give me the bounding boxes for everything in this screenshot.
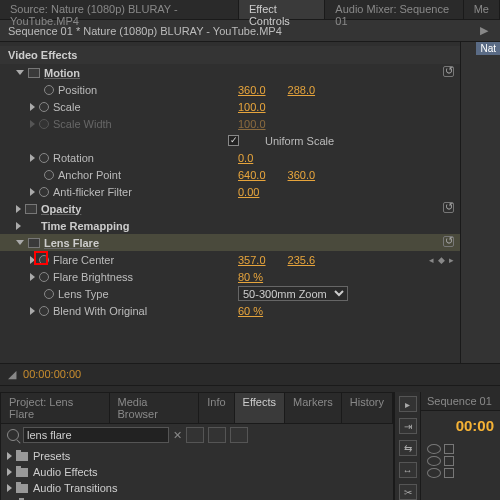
uniform-scale-row: ✓Uniform Scale bbox=[0, 132, 460, 149]
rate-stretch-tool[interactable]: ↔ bbox=[399, 462, 417, 478]
zoom-out-icon[interactable]: ◢ bbox=[8, 368, 16, 380]
filter-yuv-button[interactable] bbox=[230, 427, 248, 443]
rotation-value[interactable]: 0.0 bbox=[238, 152, 253, 164]
position-x-value[interactable]: 360.0 bbox=[238, 84, 266, 96]
triangle-closed-icon[interactable] bbox=[30, 307, 35, 315]
effects-tree: Presets Audio Effects Audio Transitions … bbox=[1, 446, 393, 500]
tree-audio-transitions[interactable]: Audio Transitions bbox=[1, 480, 393, 496]
reset-lensflare-button[interactable] bbox=[443, 236, 454, 249]
selection-tool[interactable]: ▸ bbox=[399, 396, 417, 412]
rotation-row: Rotation 0.0 bbox=[0, 149, 460, 166]
tab-audio-mixer[interactable]: Audio Mixer: Sequence 01 bbox=[325, 0, 463, 19]
timeline-header[interactable]: Sequence 01 bbox=[421, 392, 500, 411]
triangle-closed-icon[interactable] bbox=[30, 154, 35, 162]
antiflicker-value[interactable]: 0.00 bbox=[238, 186, 259, 198]
tree-audio-effects[interactable]: Audio Effects bbox=[1, 464, 393, 480]
play-arrow-icon[interactable]: ▶ bbox=[476, 24, 492, 37]
effect-controls-body: Nat Video Effects Motion Position 360.02… bbox=[0, 42, 500, 363]
lock-icon[interactable] bbox=[444, 468, 454, 478]
video-effects-title: Video Effects bbox=[0, 46, 460, 64]
tab-effects[interactable]: Effects bbox=[235, 393, 285, 423]
eye-icon[interactable] bbox=[427, 444, 441, 454]
flare-center-row: Flare Center 357.0235.6 ◂◆▸ bbox=[0, 251, 460, 268]
effects-search-input[interactable] bbox=[23, 427, 169, 443]
lock-icon[interactable] bbox=[444, 456, 454, 466]
filter-32-button[interactable] bbox=[208, 427, 226, 443]
tab-extra[interactable]: Me bbox=[464, 0, 500, 19]
lock-icon[interactable] bbox=[444, 444, 454, 454]
stopwatch-icon[interactable] bbox=[39, 306, 49, 316]
stopwatch-icon[interactable] bbox=[39, 102, 49, 112]
flare-center-x[interactable]: 357.0 bbox=[238, 254, 266, 266]
tab-info[interactable]: Info bbox=[199, 393, 234, 423]
filter-fx-button[interactable] bbox=[186, 427, 204, 443]
blend-value[interactable]: 60 % bbox=[238, 305, 263, 317]
flare-center-y[interactable]: 235.6 bbox=[288, 254, 316, 266]
razor-tool[interactable]: ✂ bbox=[399, 484, 417, 500]
clear-search-icon[interactable]: ✕ bbox=[173, 429, 182, 442]
tab-markers[interactable]: Markers bbox=[285, 393, 342, 423]
reset-opacity-button[interactable] bbox=[443, 202, 454, 215]
anchor-row: Anchor Point 640.0360.0 bbox=[0, 166, 460, 183]
tree-video-effects[interactable]: Video Effects bbox=[1, 496, 393, 500]
triangle-closed-icon bbox=[30, 120, 35, 128]
track-toggle-row[interactable] bbox=[427, 468, 494, 478]
current-timecode[interactable]: 00:00:00:00 bbox=[23, 368, 81, 380]
flare-brightness-value[interactable]: 80 % bbox=[238, 271, 263, 283]
triangle-closed-icon[interactable] bbox=[30, 103, 35, 111]
folder-icon bbox=[16, 484, 28, 493]
nat-tab[interactable]: Nat bbox=[476, 42, 500, 55]
uniform-scale-label: Uniform Scale bbox=[265, 135, 334, 147]
stopwatch-icon[interactable] bbox=[39, 187, 49, 197]
triangle-closed-icon[interactable] bbox=[30, 273, 35, 281]
triangle-open-icon[interactable] bbox=[16, 240, 24, 245]
blend-row: Blend With Original 60 % bbox=[0, 302, 460, 319]
anchor-label: Anchor Point bbox=[58, 169, 121, 181]
tree-presets[interactable]: Presets bbox=[1, 448, 393, 464]
track-toggle-row[interactable] bbox=[427, 456, 494, 466]
scale-width-row: Scale Width 100.0 bbox=[0, 115, 460, 132]
scale-width-label: Scale Width bbox=[53, 118, 112, 130]
stopwatch-icon[interactable] bbox=[39, 272, 49, 282]
lens-flare-section[interactable]: Lens Flare bbox=[0, 234, 460, 251]
triangle-closed-icon[interactable] bbox=[30, 188, 35, 196]
keyframe-nav[interactable]: ◂◆▸ bbox=[429, 255, 454, 265]
anchor-y-value[interactable]: 360.0 bbox=[288, 169, 316, 181]
time-remap-section[interactable]: Time Remapping bbox=[0, 217, 460, 234]
triangle-closed-icon[interactable] bbox=[16, 205, 21, 213]
triangle-closed-icon[interactable] bbox=[16, 222, 21, 230]
tab-media-browser[interactable]: Media Browser bbox=[110, 393, 200, 423]
uniform-scale-checkbox[interactable]: ✓ bbox=[228, 135, 239, 146]
rotation-label: Rotation bbox=[53, 152, 94, 164]
stopwatch-icon[interactable] bbox=[39, 153, 49, 163]
reset-motion-button[interactable] bbox=[443, 66, 454, 79]
motion-section[interactable]: Motion bbox=[0, 64, 460, 81]
effects-panel: Project: Lens Flare Media Browser Info E… bbox=[0, 392, 394, 500]
search-icon bbox=[7, 429, 19, 441]
scale-value[interactable]: 100.0 bbox=[238, 101, 266, 113]
timeline-timecode[interactable]: 00:00 bbox=[421, 411, 500, 440]
tab-effect-controls[interactable]: Effect Controls bbox=[239, 0, 325, 19]
tab-source[interactable]: Source: Nature (1080p) BLURAY - YouTube.… bbox=[0, 0, 239, 19]
track-toggle-row[interactable] bbox=[427, 444, 494, 454]
anchor-x-value[interactable]: 640.0 bbox=[238, 169, 266, 181]
position-label: Position bbox=[58, 84, 97, 96]
stopwatch-icon bbox=[39, 119, 49, 129]
stopwatch-icon[interactable] bbox=[44, 85, 54, 95]
ripple-tool[interactable]: ⇆ bbox=[399, 440, 417, 456]
position-y-value[interactable]: 288.0 bbox=[288, 84, 316, 96]
opacity-section[interactable]: Opacity bbox=[0, 200, 460, 217]
triangle-open-icon[interactable] bbox=[16, 70, 24, 75]
stopwatch-icon[interactable] bbox=[44, 289, 54, 299]
flare-center-label: Flare Center bbox=[53, 254, 114, 266]
eye-icon[interactable] bbox=[427, 456, 441, 466]
antiflicker-label: Anti-flicker Filter bbox=[53, 186, 132, 198]
track-select-tool[interactable]: ⇥ bbox=[399, 418, 417, 434]
eye-icon[interactable] bbox=[427, 468, 441, 478]
triangle-closed-icon[interactable] bbox=[30, 256, 35, 264]
lens-type-select[interactable]: 50-300mm Zoom bbox=[238, 286, 348, 301]
tab-project[interactable]: Project: Lens Flare bbox=[1, 393, 110, 423]
tab-history[interactable]: History bbox=[342, 393, 393, 423]
stopwatch-icon[interactable] bbox=[39, 255, 49, 265]
stopwatch-icon[interactable] bbox=[44, 170, 54, 180]
